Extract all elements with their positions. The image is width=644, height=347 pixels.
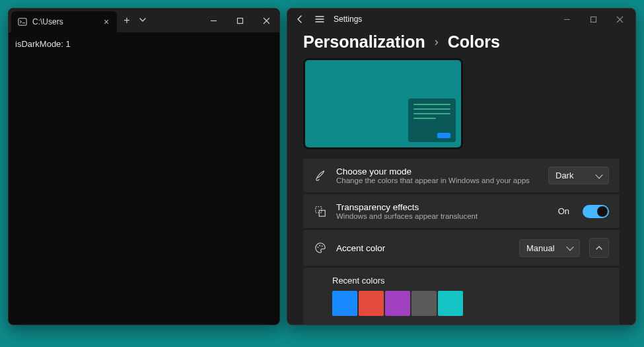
svg-rect-1 — [237, 18, 242, 23]
breadcrumb-parent[interactable]: Personalization — [303, 32, 425, 52]
settings-minimize-button[interactable] — [554, 10, 580, 28]
terminal-tab-title: C:\Users — [32, 17, 96, 26]
color-preview — [303, 58, 463, 149]
svg-point-5 — [318, 247, 319, 248]
choose-mode-desc: Change the colors that appear in Windows… — [336, 176, 539, 184]
terminal-titlebar: C:\Users × + — [9, 9, 279, 32]
mode-dropdown-value: Dark — [555, 171, 573, 180]
settings-window: Settings Personalization › Colors — [287, 8, 636, 325]
color-swatch[interactable] — [359, 291, 384, 316]
accent-expand-button[interactable] — [589, 238, 609, 258]
terminal-tab[interactable]: C:\Users × — [11, 11, 117, 32]
new-tab-button[interactable]: + — [117, 15, 137, 26]
svg-point-6 — [319, 245, 320, 247]
breadcrumb: Personalization › Colors — [303, 32, 620, 52]
hamburger-menu-button[interactable] — [310, 10, 330, 28]
transparency-state-label: On — [558, 206, 569, 216]
transparency-title: Transparency effects — [336, 202, 549, 212]
choose-mode-row: Choose your mode Change the colors that … — [303, 159, 620, 192]
palette-icon — [314, 242, 327, 254]
svg-rect-4 — [319, 210, 325, 216]
svg-rect-3 — [316, 206, 322, 212]
settings-maximize-button[interactable] — [580, 10, 606, 28]
preview-window-icon — [408, 98, 456, 142]
recent-colors-title: Recent colors — [332, 276, 609, 286]
brush-icon — [314, 170, 327, 182]
transparency-row: Transparency effects Windows and surface… — [303, 194, 620, 228]
close-window-button[interactable] — [253, 10, 279, 31]
settings-close-button[interactable] — [606, 10, 633, 28]
terminal-body[interactable]: isDarkMode: 1 — [9, 32, 279, 325]
transparency-desc: Windows and surfaces appear translucent — [336, 212, 549, 220]
terminal-output-line: isDarkMode: 1 — [15, 39, 273, 49]
back-button[interactable] — [290, 10, 310, 28]
recent-colors-swatches — [332, 291, 609, 316]
breadcrumb-current: Colors — [448, 32, 500, 52]
svg-point-7 — [322, 245, 323, 247]
close-tab-button[interactable]: × — [101, 17, 112, 27]
accent-dropdown[interactable]: Manual — [519, 239, 580, 257]
tab-dropdown-button[interactable] — [137, 17, 149, 24]
accent-color-row: Accent color Manual — [303, 230, 620, 266]
mode-dropdown[interactable]: Dark — [548, 167, 609, 184]
minimize-button[interactable] — [200, 10, 227, 31]
color-swatch[interactable] — [438, 291, 463, 316]
terminal-icon — [18, 17, 27, 26]
choose-mode-title: Choose your mode — [336, 167, 539, 176]
maximize-button[interactable] — [227, 10, 253, 31]
accent-dropdown-value: Manual — [526, 243, 555, 253]
recent-colors-block: Recent colors — [303, 268, 620, 325]
terminal-window: C:\Users × + isDarkMode: 1 — [8, 8, 280, 325]
color-swatch[interactable] — [385, 291, 410, 316]
color-swatch[interactable] — [411, 291, 437, 316]
transparency-icon — [314, 206, 327, 217]
transparency-toggle[interactable] — [583, 205, 609, 218]
settings-body: Personalization › Colors Choose your mod… — [287, 30, 635, 325]
settings-titlebar: Settings — [287, 9, 635, 30]
color-swatch[interactable] — [332, 291, 357, 316]
accent-color-title: Accent color — [336, 243, 510, 253]
app-title: Settings — [334, 15, 362, 24]
svg-rect-2 — [590, 17, 596, 22]
svg-rect-0 — [18, 19, 26, 26]
chevron-right-icon: › — [435, 35, 439, 49]
